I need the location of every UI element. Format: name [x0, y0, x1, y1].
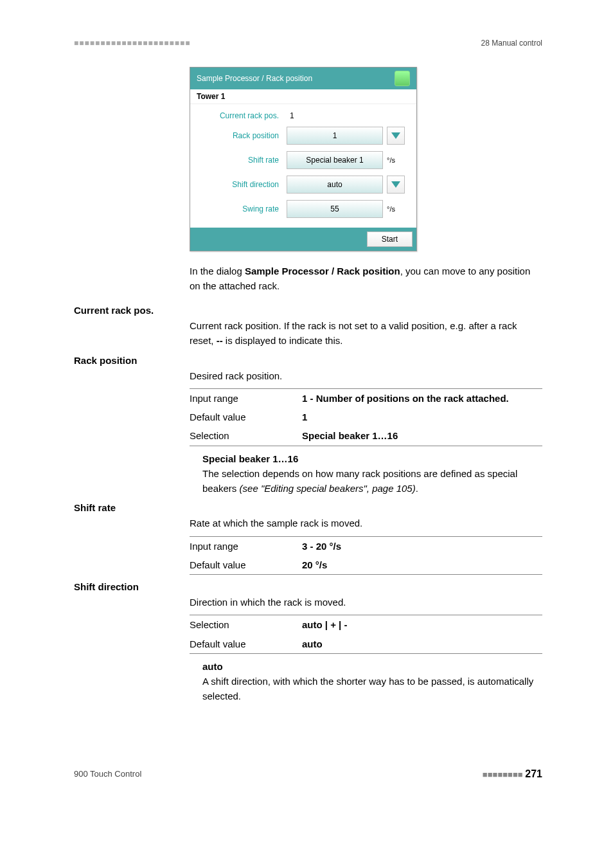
dialog-title: Sample Processor / Rack position — [197, 74, 312, 83]
dialog-footer: Start — [190, 228, 416, 251]
start-button[interactable]: Start — [367, 231, 413, 247]
dialog-titlebar: Sample Processor / Rack position — [190, 68, 416, 89]
sr-r2v: 20 °/s — [302, 559, 327, 570]
rp-r2k: Default value — [190, 408, 302, 426]
intro-text-a: In the dialog — [190, 266, 245, 276]
page-footer: 900 Touch Control ■■■■■■■■ 271 — [74, 768, 542, 780]
intro-paragraph: In the dialog Sample Processor / Rack po… — [190, 264, 542, 293]
cur-p2: -- — [217, 335, 223, 346]
footer-dots: ■■■■■■■■ — [483, 770, 523, 779]
unit-shift-rate: °/s — [387, 156, 395, 164]
heading-shift-rate: Shift rate — [74, 502, 542, 513]
table-shift-rate: Input range3 - 20 °/s Default value20 °/… — [190, 536, 542, 575]
label-swing-rate: Swing rate — [197, 204, 287, 213]
sub-auto-heading: auto — [202, 659, 542, 674]
sub-sb-p2: (see "Editing special beakers", page 105… — [240, 483, 416, 494]
sr-r1k: Input range — [190, 536, 302, 556]
input-shift-direction[interactable]: auto — [287, 176, 383, 194]
sub-auto-text: A shift direction, with which the shorte… — [202, 674, 542, 704]
chevron-down-icon — [391, 132, 400, 139]
sd-r1k: Selection — [190, 615, 302, 635]
home-icon[interactable] — [395, 71, 410, 86]
input-swing-rate[interactable]: 55 — [287, 200, 383, 218]
sample-processor-dialog: Sample Processor / Rack position Tower 1… — [190, 67, 417, 251]
dropdown-rack-position[interactable] — [387, 127, 405, 145]
footer-product: 900 Touch Control — [74, 769, 141, 779]
desc-rack-position: Desired rack position. — [190, 368, 542, 383]
heading-rack-position: Rack position — [74, 355, 542, 366]
heading-current-rack-pos: Current rack pos. — [74, 305, 542, 316]
table-shift-direction: Selectionauto | + | - Default valueauto — [190, 615, 542, 654]
label-shift-direction: Shift direction — [197, 180, 287, 189]
dialog-body: Current rack pos. 1 Rack position 1 Shif… — [190, 104, 416, 228]
row-swing-rate: Swing rate 55 °/s — [190, 197, 416, 221]
chevron-down-icon — [391, 181, 400, 188]
row-rack-position: Rack position 1 — [190, 123, 416, 148]
sub-sb-heading: Special beaker 1…16 — [202, 451, 542, 466]
sr-r2k: Default value — [190, 556, 302, 575]
desc-shift-direction: Direction in which the rack is moved. — [190, 595, 542, 610]
sub-auto: auto A shift direction, with which the s… — [202, 659, 542, 704]
sd-r2v: auto — [302, 638, 323, 649]
sd-r2k: Default value — [190, 635, 302, 654]
input-shift-rate[interactable]: Special beaker 1 — [287, 151, 383, 169]
sub-sb-p3: . — [416, 483, 418, 494]
intro-text-bold: Sample Processor / Rack position — [245, 266, 400, 276]
rp-r1v: 1 - Number of positions on the rack atta… — [302, 393, 509, 404]
header-rule: ■■■■■■■■■■■■■■■■■■■■■■ — [74, 39, 190, 48]
sd-r1v: auto | + | - — [302, 619, 347, 630]
rp-r3k: Selection — [190, 426, 302, 446]
label-rack-position: Rack position — [197, 131, 287, 140]
input-rack-position[interactable]: 1 — [287, 127, 383, 145]
cur-p3: is displayed to indicate this. — [223, 335, 343, 346]
dialog-subtitle: Tower 1 — [190, 89, 416, 104]
unit-swing-rate: °/s — [387, 205, 395, 213]
header-chapter: 28 Manual control — [481, 39, 542, 48]
row-shift-direction: Shift direction auto — [190, 172, 416, 197]
page-number: 271 — [525, 768, 542, 779]
rp-r2v: 1 — [302, 411, 307, 422]
row-shift-rate: Shift rate Special beaker 1 °/s — [190, 148, 416, 172]
page-header: ■■■■■■■■■■■■■■■■■■■■■■ 28 Manual control — [74, 39, 542, 48]
rp-r3v: Special beaker 1…16 — [302, 430, 398, 441]
desc-shift-rate: Rate at which the sample rack is moved. — [190, 516, 542, 530]
table-rack-position: Input range1 - Number of positions on th… — [190, 388, 542, 446]
desc-current-rack-pos: Current rack position. If the rack is no… — [190, 318, 542, 348]
label-current-rack-pos: Current rack pos. — [197, 111, 287, 120]
row-current-rack-pos: Current rack pos. 1 — [190, 108, 416, 123]
sr-r1v: 3 - 20 °/s — [302, 541, 341, 552]
value-current-rack-pos: 1 — [287, 111, 383, 120]
dropdown-shift-direction[interactable] — [387, 176, 405, 194]
sub-special-beaker: Special beaker 1…16 The selection depend… — [202, 451, 542, 496]
rp-r1k: Input range — [190, 388, 302, 408]
label-shift-rate: Shift rate — [197, 156, 287, 165]
heading-shift-direction: Shift direction — [74, 581, 542, 592]
